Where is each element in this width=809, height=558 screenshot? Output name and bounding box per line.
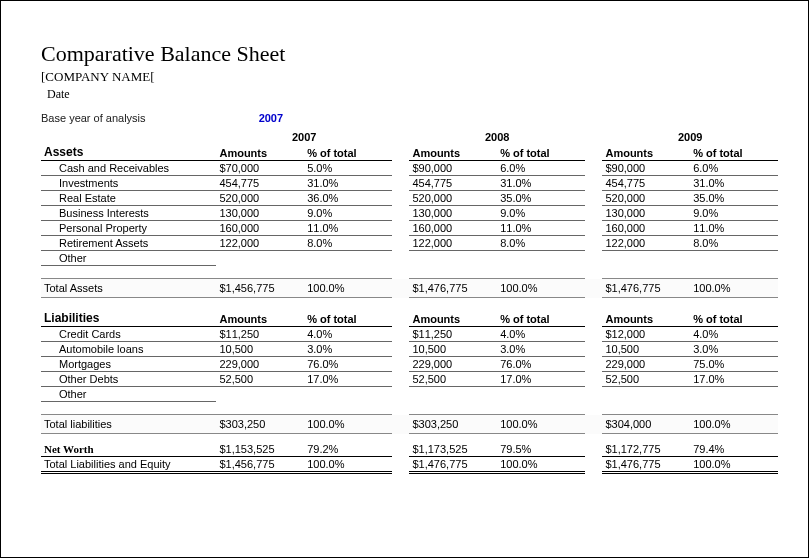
col-amounts: Amounts [409, 144, 497, 161]
year-2: 2008 [409, 130, 584, 144]
col-pct: % of total [304, 144, 392, 161]
total-assets-row: Total Assets $1,456,775100.0% $1,476,775… [41, 279, 778, 298]
total-liabilities-label: Total liabilities [41, 415, 216, 434]
total-liabilities-row: Total liabilities $303,250100.0% $303,25… [41, 415, 778, 434]
year-1: 2007 [216, 130, 391, 144]
net-worth-label: Net Worth [41, 442, 216, 457]
table-row: Credit Cards$11,2504.0%$11,2504.0%$12,00… [41, 327, 778, 342]
table-row: Automobile loans10,5003.0%10,5003.0%10,5… [41, 342, 778, 357]
table-row: Other Debts52,50017.0%52,50017.0%52,5001… [41, 372, 778, 387]
balance-sheet-page: Comparative Balance Sheet [COMPANY NAME[… [0, 0, 809, 558]
date-label: Date [47, 87, 778, 102]
table-row: Investments454,77531.0%454,77531.0%454,7… [41, 176, 778, 191]
table-row: Personal Property160,00011.0%160,00011.0… [41, 221, 778, 236]
table-row: Real Estate520,00036.0%520,00035.0%520,0… [41, 191, 778, 206]
year-header-row: 2007 2008 2009 [41, 130, 778, 144]
assets-header: Assets [41, 144, 216, 161]
table-row: Cash and Receivables$70,0005.0%$90,0006.… [41, 161, 778, 176]
table-row: Business Interests130,0009.0%130,0009.0%… [41, 206, 778, 221]
base-year-value: 2007 [259, 112, 283, 124]
col-amounts: Amounts [216, 144, 304, 161]
tle-label: Total Liabilities and Equity [41, 457, 216, 473]
col-pct: % of total [690, 144, 778, 161]
balance-sheet-table: 2007 2008 2009 Assets Amounts % of total… [41, 130, 778, 474]
total-liabilities-equity-row: Total Liabilities and Equity $1,456,7751… [41, 457, 778, 473]
assets-header-row: Assets Amounts % of total Amounts % of t… [41, 144, 778, 161]
table-row: Other [41, 251, 778, 266]
liabilities-header-row: Liabilities Amounts% of total Amounts% o… [41, 310, 778, 327]
col-amounts: Amounts [602, 144, 690, 161]
company-name: [COMPANY NAME[ [41, 69, 778, 85]
total-assets-label: Total Assets [41, 279, 216, 298]
page-title: Comparative Balance Sheet [41, 41, 778, 67]
table-row: Retirement Assets122,0008.0%122,0008.0%1… [41, 236, 778, 251]
table-row: Other [41, 387, 778, 402]
base-year-label: Base year of analysis [41, 112, 146, 124]
year-3: 2009 [602, 130, 778, 144]
net-worth-row: Net Worth $1,153,52579.2% $1,173,52579.5… [41, 442, 778, 457]
liabilities-header: Liabilities [41, 310, 216, 327]
table-row: Mortgages229,00076.0%229,00076.0%229,000… [41, 357, 778, 372]
col-pct: % of total [497, 144, 585, 161]
base-year-row: Base year of analysis 2007 [41, 112, 778, 124]
